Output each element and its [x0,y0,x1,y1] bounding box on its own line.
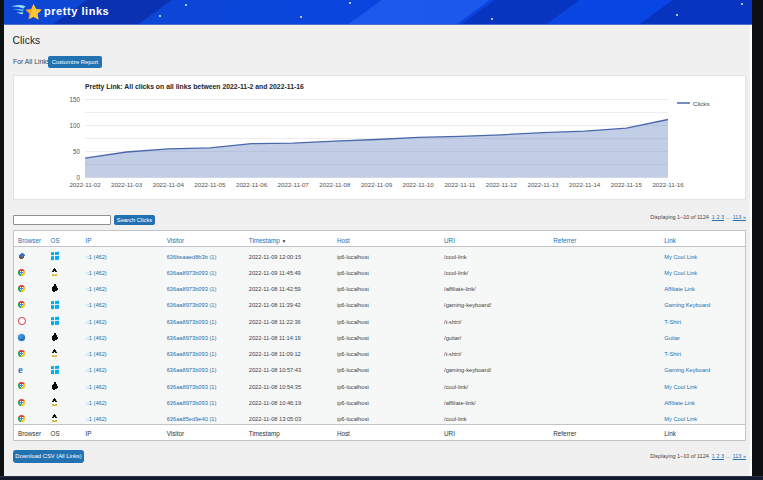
svg-text:100: 100 [69,122,80,129]
svg-text:Pretty Link: All clicks on all: Pretty Link: All clicks on all links bet… [85,83,304,91]
svg-text:Clicks: Clicks [693,100,710,107]
svg-text:2022-11-07: 2022-11-07 [278,181,310,188]
svg-text:2022-11-09: 2022-11-09 [361,181,393,188]
svg-text:2022-11-12: 2022-11-12 [486,181,518,188]
svg-text:2022-11-15: 2022-11-15 [611,181,643,188]
svg-text:2022-11-04: 2022-11-04 [153,181,185,188]
svg-text:150: 150 [69,96,80,103]
svg-text:2022-11-02: 2022-11-02 [69,181,101,188]
svg-text:0: 0 [76,174,80,181]
svg-text:2022-11-14: 2022-11-14 [569,181,601,188]
svg-text:50: 50 [73,148,81,155]
svg-text:2022-11-08: 2022-11-08 [319,181,351,188]
svg-text:2022-11-13: 2022-11-13 [527,181,559,188]
svg-text:2022-11-16: 2022-11-16 [652,181,684,188]
svg-text:2022-11-06: 2022-11-06 [236,181,268,188]
svg-text:2022-11-03: 2022-11-03 [111,181,143,188]
svg-text:2022-11-05: 2022-11-05 [194,181,226,188]
svg-text:2022-11-10: 2022-11-10 [402,181,434,188]
svg-text:2022-11-11: 2022-11-11 [444,181,475,188]
